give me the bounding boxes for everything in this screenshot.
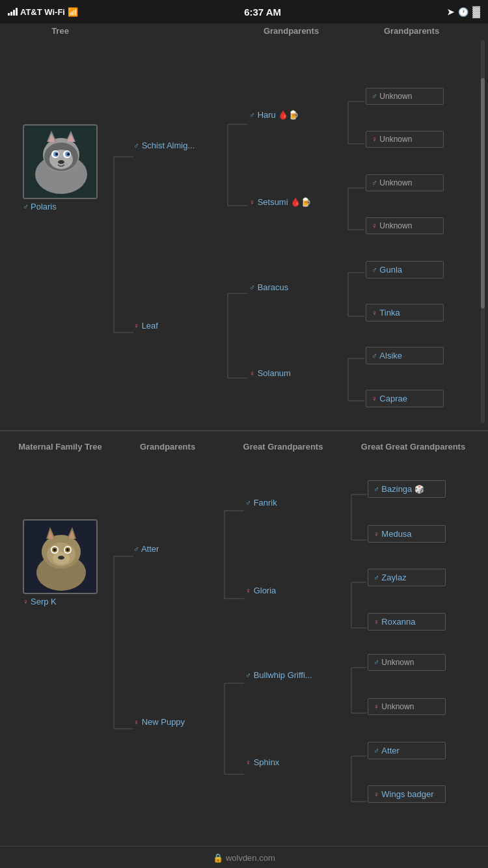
- signal-bars: [8, 8, 18, 16]
- maternal-headers: Maternal Family Tree Grandparents Great …: [3, 438, 485, 455]
- schist-name[interactable]: Schist Almig...: [142, 141, 195, 150]
- setsumi-node: ♀ Setsumi 🩸🍺: [249, 197, 311, 207]
- status-left: AT&T Wi-Fi 📶: [8, 7, 78, 17]
- pat-col3-header: Grandparents: [231, 26, 351, 36]
- gloria-node: ♀ Gloria: [245, 586, 276, 595]
- solanum-name[interactable]: Solanum: [258, 368, 291, 378]
- scrollbar-track: [481, 40, 485, 424]
- gloria-mother-box: ♀ Roxanna: [368, 613, 446, 631]
- status-right: ➤ 🕐 ▓: [447, 6, 480, 18]
- sphinx-name[interactable]: Sphinx: [254, 757, 280, 767]
- leaf-name[interactable]: Leaf: [142, 321, 158, 331]
- bullwhip-mother-box: ♀ Unknown: [368, 698, 446, 715]
- new-puppy-name[interactable]: New Puppy: [142, 717, 185, 727]
- baracus-node: ♂ Baracus: [249, 282, 288, 292]
- baracus-name[interactable]: Baracus: [258, 282, 289, 292]
- svg-point-31: [67, 153, 70, 156]
- sphinx-mother-box: ♀ Wings badger: [368, 785, 446, 803]
- leaf-node: ♀ Leaf: [133, 321, 158, 331]
- haru-node: ♂ Haru 🩸🍺: [249, 110, 299, 120]
- sphinx-father-name[interactable]: Atter: [381, 746, 399, 755]
- new-puppy-node: ♀ New Puppy: [133, 717, 185, 727]
- bullwhip-name[interactable]: Bullwhip Griffi...: [254, 670, 312, 680]
- fanrik-name[interactable]: Fanrik: [254, 498, 277, 508]
- bullwhip-node: ♂ Bullwhip Griffi...: [245, 670, 312, 680]
- schist-node: ♂ Schist Almig...: [133, 141, 195, 150]
- footer-lock-icon: 🔒: [213, 853, 223, 863]
- wifi-icon: 📶: [68, 7, 78, 17]
- serp-k-name[interactable]: Serp K: [31, 597, 57, 606]
- maternal-tree-svg: [3, 455, 485, 839]
- mat-col3-header: Great Grandparents: [218, 442, 348, 452]
- svg-point-30: [55, 153, 58, 156]
- polaris-container: ♂ Polaris: [23, 124, 98, 211]
- solanum-father-box: ♂ Alsike: [366, 347, 444, 364]
- main-content: Tree Grandparents Grandparents: [0, 23, 488, 868]
- atter-name[interactable]: Atter: [141, 544, 159, 554]
- sphinx-mother-name[interactable]: Wings badger: [381, 789, 433, 799]
- pat-col4-header: Grandparents: [351, 26, 472, 36]
- fanrik-mother-box: ♀ Medusa: [368, 525, 446, 543]
- setsumi-mother-name: Unknown: [379, 221, 412, 230]
- status-bar: AT&T Wi-Fi 📶 6:37 AM ➤ 🕐 ▓: [0, 0, 488, 23]
- fanrik-node: ♂ Fanrik: [245, 498, 277, 508]
- svg-point-69: [58, 556, 64, 560]
- setsumi-icons: 🩸🍺: [290, 197, 311, 207]
- gloria-father-name[interactable]: Zaylaz: [381, 573, 406, 582]
- baracus-father-name[interactable]: Gunla: [379, 265, 402, 275]
- serp-k-container: ♀ Serp K: [23, 519, 98, 606]
- maternal-section: Maternal Family Tree Grandparents Great …: [0, 438, 488, 839]
- setsumi-father-name: Unknown: [379, 178, 412, 187]
- fanrik-father-box: ♂ Bazinga 🎲: [368, 480, 446, 498]
- haru-icons: 🩸🍺: [278, 110, 299, 120]
- setsumi-father-box: ♂ Unknown: [366, 174, 444, 191]
- solanum-mother-name[interactable]: Caprae: [379, 394, 407, 403]
- mat-col1-header: Maternal Family Tree: [3, 442, 117, 452]
- maternal-tree-container: ♀ Serp K ♂ Atter ♀ New Puppy ♂ Fanrik ♀: [3, 455, 485, 839]
- bullwhip-mother-name: Unknown: [381, 702, 414, 711]
- polaris-avatar[interactable]: [23, 124, 98, 199]
- gloria-name[interactable]: Gloria: [254, 586, 277, 595]
- location-icon: ➤: [447, 7, 454, 17]
- serp-k-gender: ♀: [23, 597, 29, 606]
- footer: 🔒 wolvden.com: [0, 846, 488, 867]
- footer-domain[interactable]: wolvden.com: [226, 853, 275, 863]
- solanum-father-name[interactable]: Alsike: [379, 351, 402, 360]
- haru-father-name: Unknown: [379, 92, 412, 101]
- carrier-label: AT&T Wi-Fi: [20, 7, 65, 17]
- serp-k-avatar[interactable]: [23, 519, 98, 594]
- scrollbar-thumb[interactable]: [481, 78, 485, 308]
- gloria-mother-name[interactable]: Roxanna: [381, 617, 415, 627]
- fanrik-father-name[interactable]: Bazinga: [381, 484, 412, 494]
- haru-father-box: ♂ Unknown: [366, 88, 444, 105]
- svg-point-32: [58, 160, 64, 164]
- mat-col4-header: Great Great Grandparents: [348, 442, 478, 452]
- baracus-mother-name[interactable]: Tinka: [379, 308, 400, 318]
- haru-mother-name: Unknown: [379, 135, 412, 144]
- clock-icon: 🕐: [458, 7, 468, 17]
- atter-node: ♂ Atter: [133, 544, 159, 554]
- fanrik-mother-name[interactable]: Medusa: [381, 529, 411, 539]
- haru-mother-box: ♀ Unknown: [366, 131, 444, 148]
- sphinx-father-box: ♂ Atter: [368, 742, 446, 759]
- setsumi-name[interactable]: Setsumi: [258, 197, 288, 207]
- polaris-gender: ♂: [23, 202, 29, 211]
- gloria-father-box: ♂ Zaylaz: [368, 569, 446, 586]
- baracus-mother-box: ♀ Tinka: [366, 304, 444, 321]
- mat-col2-header: Grandparents: [117, 442, 218, 452]
- paternal-section: Tree Grandparents Grandparents: [0, 23, 488, 424]
- section-divider: [0, 430, 488, 431]
- bazinga-icon: 🎲: [414, 485, 424, 494]
- bullwhip-father-name: Unknown: [381, 658, 414, 667]
- haru-name[interactable]: Haru: [258, 110, 276, 120]
- solanum-node: ♀ Solanum: [249, 368, 291, 378]
- polaris-name[interactable]: Polaris: [31, 202, 57, 211]
- baracus-father-box: ♂ Gunla: [366, 261, 444, 278]
- battery-icon: ▓: [472, 6, 480, 18]
- polaris-name-row: ♂ Polaris: [23, 202, 98, 211]
- sphinx-node: ♀ Sphinx: [245, 757, 279, 767]
- time-display: 6:37 AM: [244, 7, 281, 18]
- svg-point-67: [53, 549, 56, 551]
- pat-col1-header: Tree: [3, 26, 117, 36]
- svg-point-68: [66, 549, 69, 551]
